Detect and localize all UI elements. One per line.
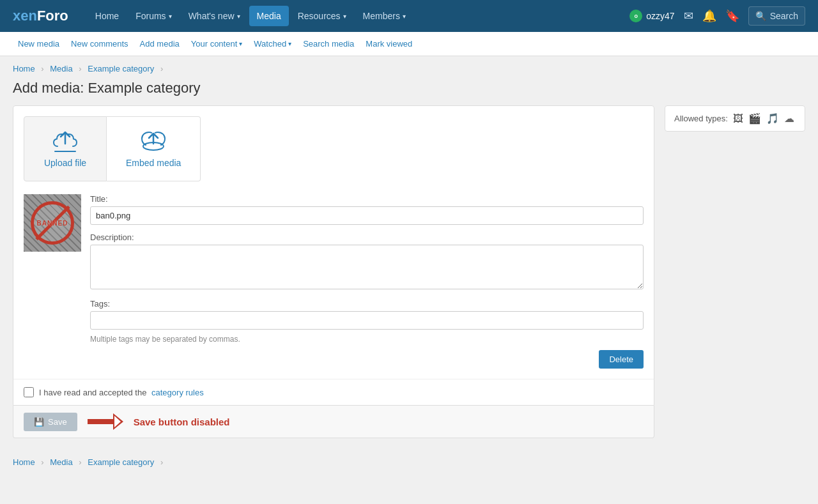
- tags-field-group: Tags:: [90, 299, 644, 330]
- bottom-breadcrumb-example-category[interactable]: Example category: [88, 457, 154, 467]
- image-type-icon: 🖼: [733, 113, 743, 125]
- search-label: Search: [770, 11, 798, 21]
- logo-xen: xen: [13, 8, 37, 24]
- nav-media[interactable]: Media: [249, 6, 289, 26]
- tags-hint: Multiple tags may be separated by commas…: [90, 335, 644, 344]
- main-panel: Upload file Embed media: [13, 105, 654, 438]
- embed-icon: [141, 130, 166, 153]
- bottom-breadcrumb: Home › Media › Example category ›: [0, 451, 818, 473]
- sidebar-panel: Allowed types: 🖼 🎬 🎵 ☁: [665, 105, 805, 132]
- nav-members[interactable]: Members ▾: [355, 6, 413, 26]
- tab-embed-media[interactable]: Embed media: [107, 116, 201, 181]
- embed-media-label: Embed media: [126, 158, 181, 168]
- save-icon: 💾: [34, 417, 44, 427]
- arrow-indicator: [86, 412, 125, 431]
- form-fields: Title: Description: Tags: Multiple tags …: [90, 194, 644, 369]
- bottom-breadcrumb-home[interactable]: Home: [13, 457, 35, 467]
- page-title: Add media: Example category: [0, 77, 818, 105]
- upload-icon: [52, 130, 78, 153]
- description-field-group: Description:: [90, 233, 644, 291]
- audio-type-icon: 🎵: [766, 112, 779, 125]
- save-button[interactable]: 💾 Save: [24, 413, 77, 431]
- accept-prefix: I have read and accepted the: [39, 388, 146, 397]
- sub-nav-watched[interactable]: Watched ▾: [249, 35, 297, 52]
- cloud-type-icon: ☁: [784, 112, 794, 125]
- nav-right: o ozzy47 ✉ 🔔 🔖 🔍 Search: [629, 6, 805, 26]
- tab-upload-file[interactable]: Upload file: [24, 116, 107, 181]
- bell-icon[interactable]: 🔔: [702, 9, 716, 23]
- logo-foro: Foro: [37, 8, 68, 24]
- save-row: 💾 Save Save button disabled: [13, 406, 654, 438]
- chevron-down-icon: ▾: [237, 13, 240, 20]
- sub-nav-mark-viewed[interactable]: Mark viewed: [360, 35, 417, 52]
- sub-nav-your-content[interactable]: Your content ▾: [186, 35, 248, 52]
- accept-text: I have read and accepted the category ru…: [39, 388, 204, 397]
- category-rules-link[interactable]: category rules: [151, 388, 204, 397]
- description-input[interactable]: [90, 245, 644, 289]
- sub-nav-new-media[interactable]: New media: [13, 35, 65, 52]
- nav-whats-new[interactable]: What's new ▾: [181, 6, 248, 26]
- breadcrumb-sep: ›: [41, 64, 43, 73]
- delete-button[interactable]: Delete: [599, 350, 644, 369]
- chevron-down-icon: ▾: [343, 13, 346, 20]
- nav-links: Home Forums ▾ What's new ▾ Media Resourc…: [88, 6, 629, 26]
- chevron-down-icon: ▾: [169, 13, 172, 20]
- media-thumbnail: BANNED: [24, 194, 81, 252]
- breadcrumb-home[interactable]: Home: [13, 64, 35, 73]
- breadcrumb-sep: ›: [160, 64, 163, 73]
- upload-file-label: Upload file: [44, 158, 86, 168]
- nav-forums[interactable]: Forums ▾: [128, 6, 179, 26]
- sub-nav: New media New comments Add media Your co…: [0, 32, 818, 56]
- title-field-group: Title:: [90, 194, 644, 225]
- sub-nav-new-comments[interactable]: New comments: [66, 35, 134, 52]
- search-button[interactable]: 🔍 Search: [748, 6, 805, 26]
- red-arrow-icon: [86, 412, 125, 431]
- title-label: Title:: [90, 194, 644, 204]
- chevron-down-icon: ▾: [239, 40, 242, 47]
- delete-row: Delete: [90, 350, 644, 369]
- save-disabled-label: Save button disabled: [134, 416, 230, 427]
- user-online-dot: o: [629, 10, 642, 22]
- breadcrumb: Home › Media › Example category ›: [0, 56, 818, 77]
- allowed-types-box: Allowed types: 🖼 🎬 🎵 ☁: [665, 105, 805, 132]
- top-nav: xenForo Home Forums ▾ What's new ▾ Media…: [0, 0, 818, 32]
- nav-resources[interactable]: Resources ▾: [290, 6, 354, 26]
- accept-checkbox[interactable]: [24, 387, 34, 397]
- logo[interactable]: xenForo: [13, 8, 68, 24]
- chevron-down-icon: ▾: [403, 13, 406, 20]
- bottom-breadcrumb-media[interactable]: Media: [50, 457, 72, 467]
- breadcrumb-sep: ›: [79, 64, 81, 73]
- bookmark-icon[interactable]: 🔖: [725, 9, 739, 23]
- save-label: Save: [48, 417, 67, 427]
- accept-rules-row: I have read and accepted the category ru…: [13, 379, 654, 405]
- bottom-breadcrumb-sep: ›: [79, 457, 81, 467]
- media-tabs: Upload file Embed media: [24, 116, 201, 181]
- tags-label: Tags:: [90, 299, 644, 309]
- tags-input[interactable]: [90, 311, 644, 330]
- breadcrumb-example-category[interactable]: Example category: [88, 64, 154, 73]
- svg-rect-2: [88, 419, 113, 424]
- username: ozzy47: [646, 11, 674, 21]
- content-area: Upload file Embed media: [0, 105, 818, 451]
- description-label: Description:: [90, 233, 644, 242]
- bottom-breadcrumb-sep: ›: [160, 457, 163, 467]
- banned-text: BANNED: [37, 220, 68, 227]
- media-form-row: BANNED Title: Description: Tags:: [24, 194, 644, 369]
- sub-nav-search-media[interactable]: Search media: [298, 35, 359, 52]
- sub-nav-add-media[interactable]: Add media: [135, 35, 185, 52]
- banned-circle: BANNED: [31, 201, 74, 245]
- search-icon: 🔍: [755, 11, 766, 21]
- title-input[interactable]: [90, 206, 644, 225]
- breadcrumb-media[interactable]: Media: [50, 64, 72, 73]
- video-type-icon: 🎬: [748, 112, 761, 125]
- user-badge[interactable]: o ozzy47: [629, 10, 674, 22]
- mail-icon[interactable]: ✉: [684, 9, 693, 23]
- content-box: Upload file Embed media: [13, 105, 654, 406]
- nav-home[interactable]: Home: [88, 6, 127, 26]
- chevron-down-icon: ▾: [288, 40, 291, 47]
- allowed-types-label: Allowed types:: [674, 114, 728, 123]
- bottom-breadcrumb-sep: ›: [41, 457, 43, 467]
